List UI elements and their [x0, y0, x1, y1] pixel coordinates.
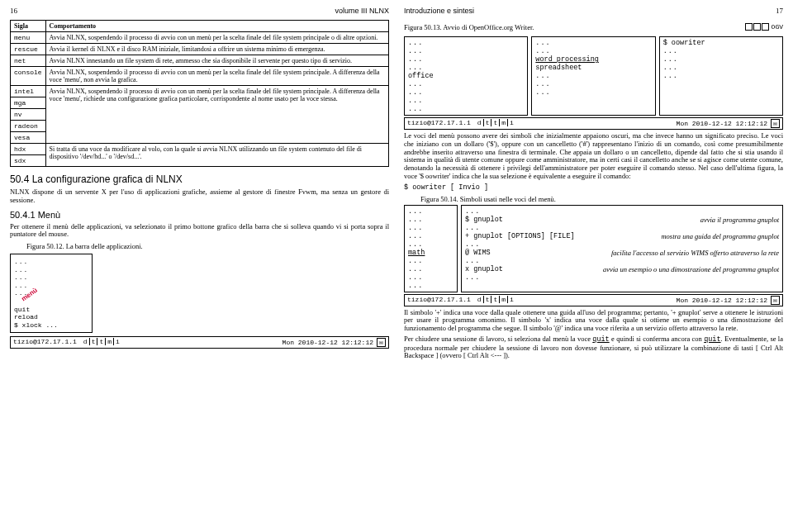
right-page: Introduzione e sintesi 17 Figura 50.13. …	[404, 7, 783, 363]
th-sigla: Sigla	[11, 21, 46, 32]
caption-50-14: Figura 50.14. Simboli usati nelle voci d…	[420, 195, 783, 203]
page-number-left: 16	[10, 7, 17, 15]
figure-50-13: ... ... ... ... office ... ... ... ... .…	[404, 36, 783, 116]
flag: m	[499, 296, 507, 303]
sigla-cell: console	[11, 67, 46, 86]
status-bar-r1: tizio@172.17.1.1 dttmi Mon 2010-12-12 12…	[404, 117, 783, 130]
para-plus-symbol: Il simbolo '+' indica una voce dalla qua…	[404, 309, 783, 333]
fig13-col3: $ oowriter ... ... ... ...	[659, 36, 783, 116]
sigla-cell: sdx	[11, 155, 46, 167]
cell: ...	[535, 72, 651, 80]
status-flags: dttmi	[476, 296, 515, 305]
heading-50-4: 50.4 La configurazione grafica di NLNX	[10, 173, 389, 185]
sigla-cell: net	[11, 55, 46, 67]
cell: ...	[408, 80, 524, 88]
menu-dot: ...	[14, 266, 88, 274]
text: Per chiudere una sessione di lavoro, si …	[404, 335, 592, 343]
text: e quindi si conferma ancora con	[610, 335, 704, 343]
ogv-label: OGV	[772, 23, 783, 31]
right-page-header: Introduzione e sintesi 17	[404, 7, 783, 15]
left-page-header: 16 volume III NLNX	[10, 7, 389, 15]
comp-cell: Avvia NLNX innestando un file system di …	[45, 55, 388, 67]
cell: ...	[465, 273, 480, 282]
cell: ...	[408, 55, 524, 64]
flag: m	[499, 119, 507, 126]
flag: m	[105, 338, 113, 345]
flag: t	[491, 296, 499, 303]
cell: ...	[408, 273, 453, 282]
mail-icon: ✉	[771, 296, 780, 305]
sigla-table: Sigla Comportamento menuAvvia NLNX, sosp…	[10, 20, 389, 167]
cell-gnuplot-help[interactable]: + gnuplot [OPTIONS] [FILE]	[465, 232, 575, 240]
flag: d	[476, 296, 483, 303]
cell: ...	[408, 64, 524, 72]
flag: t	[483, 119, 491, 126]
cell: ...	[535, 47, 651, 55]
desc: avvia un esempio o una dimostrazione del…	[603, 265, 779, 273]
menu-reload[interactable]: reload	[14, 313, 88, 321]
sigla-cell: nv	[11, 109, 46, 121]
cell: ...	[408, 282, 453, 290]
cell-office[interactable]: office	[408, 72, 524, 80]
fig14-col2: ... $ gnuplotavvia il programma gnuplot …	[461, 205, 783, 292]
quit-ref: quit	[592, 335, 609, 344]
left-running-head: volume III NLNX	[335, 7, 389, 15]
menu-dot: ...	[14, 282, 88, 290]
cell: ...	[535, 88, 651, 97]
page-number-right: 17	[776, 7, 783, 15]
cell: ...	[408, 207, 453, 216]
figure-50-14: ... ... ... ... ... math ... ... ... ...…	[404, 205, 783, 292]
cell: ...	[408, 257, 453, 265]
cell: ...	[465, 240, 480, 249]
status-flags: dttmi	[82, 338, 121, 347]
flag: t	[483, 296, 491, 303]
desc: mostra una guida del programma gnuplot	[661, 232, 779, 240]
sigla-cell: intel	[11, 86, 46, 97]
flag: t	[89, 338, 97, 345]
status-flags: dttmi	[476, 119, 515, 128]
flag: d	[476, 119, 483, 126]
cell: ...	[465, 224, 480, 232]
comp-cell: Avvia il kernel di NLNX e il disco RAM i…	[45, 44, 388, 55]
status-bar-left: tizio@172.17.1.1 dttmi Mon 2010-12-12 12…	[10, 336, 389, 349]
cell-wordproc[interactable]: word processing	[535, 55, 651, 64]
cell-math[interactable]: math	[408, 249, 453, 257]
sigla-cell: rescue	[11, 44, 46, 55]
cell: ...	[408, 265, 453, 273]
flag: i	[507, 296, 515, 303]
menu-xlock[interactable]: $ xlock ...	[14, 321, 88, 330]
desc: facilita l'accesso al servizio WIMS offe…	[611, 249, 779, 257]
status-user: tizio@172.17.1.1	[407, 296, 471, 305]
flag: t	[491, 119, 499, 126]
status-time: Mon 2010-12-12 12:12:12	[677, 297, 767, 304]
cell-oowriter[interactable]: $ oowriter	[663, 39, 779, 47]
flag: i	[113, 338, 121, 345]
caption-50-12: Figura 50.12. La barra delle applicazion…	[26, 242, 389, 250]
cell: ...	[663, 64, 779, 72]
desc: avvia il programma gnuplot	[700, 216, 779, 224]
cell: ...	[408, 97, 524, 105]
para-symbols: Le voci del menù possono avere dei simbo…	[404, 132, 783, 181]
cell-spreadsheet[interactable]: spreadsheet	[535, 64, 651, 72]
cell: ...	[408, 47, 524, 55]
mail-icon: ✉	[377, 338, 386, 347]
comp-cell: Si tratta di una voce da modificare al v…	[45, 144, 388, 167]
sigla-cell: mga	[11, 97, 46, 109]
cell-wims[interactable]: @ WIMS	[465, 249, 491, 257]
th-comp: Comportamento	[45, 21, 388, 32]
menu-quit[interactable]: quit	[14, 306, 88, 314]
para-quit: Per chiudere una sessione di lavoro, si …	[404, 335, 783, 360]
menu-popup: ... ... ... ... ... menù quit reload $ x…	[10, 254, 93, 333]
sigla-cell: vesa	[11, 132, 46, 144]
menu-dot: ...	[14, 273, 88, 282]
cell: ...	[663, 55, 779, 64]
comp-cell: Avvia NLNX, sospendendo il processo di a…	[45, 86, 388, 144]
cell: ...	[465, 257, 480, 265]
cell-gnuplot[interactable]: $ gnuplot	[465, 216, 503, 224]
cell-x-gnuplot[interactable]: x gnuplot	[465, 265, 503, 273]
comp-cell: Avvia NLNX, sospendendo il processo di a…	[45, 67, 388, 86]
para-50-4-1: Per ottenere il menù delle applicazioni,…	[10, 223, 389, 240]
flag: t	[97, 338, 105, 345]
cell: ...	[408, 232, 453, 240]
sigla-cell: radeon	[11, 121, 46, 132]
